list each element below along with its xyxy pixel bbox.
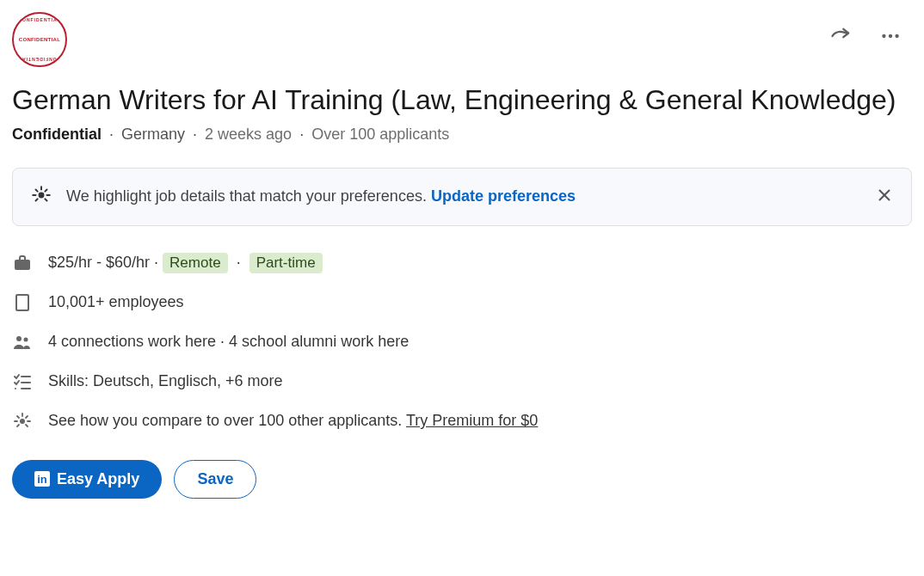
svg-line-7 bbox=[36, 189, 38, 191]
logo-ring-text-bottom: CONFIDENTIAL bbox=[18, 57, 60, 62]
compare-text: See how you compare to over 100 other ap… bbox=[48, 412, 406, 429]
compare-row: See how you compare to over 100 other ap… bbox=[12, 401, 912, 441]
preferences-banner: We highlight job details that match your… bbox=[12, 168, 912, 226]
job-location: Germany bbox=[121, 126, 185, 143]
svg-point-27 bbox=[20, 419, 25, 424]
svg-line-9 bbox=[36, 199, 38, 200]
banner-close-button[interactable] bbox=[870, 181, 899, 212]
building-icon bbox=[12, 292, 33, 313]
people-icon bbox=[12, 332, 33, 352]
pay-row: $25/hr - $60/hr · Remote · Part-time bbox=[12, 243, 912, 283]
job-meta: Confidential · Germany · 2 weeks ago · O… bbox=[12, 126, 912, 144]
job-details: $25/hr - $60/hr · Remote · Part-time 10,… bbox=[12, 243, 912, 441]
checklist-icon bbox=[12, 371, 33, 392]
svg-line-10 bbox=[45, 199, 46, 200]
more-button[interactable] bbox=[874, 20, 907, 52]
svg-line-32 bbox=[26, 416, 28, 418]
svg-point-0 bbox=[882, 34, 885, 38]
save-button[interactable]: Save bbox=[174, 460, 256, 499]
banner-text: We highlight job details that match your… bbox=[66, 187, 427, 205]
type-pill: Part-time bbox=[249, 253, 323, 273]
employees-row: 10,001+ employees bbox=[12, 283, 912, 322]
easy-apply-button[interactable]: in Easy Apply bbox=[12, 460, 162, 499]
more-icon bbox=[879, 25, 902, 47]
share-arrow-icon bbox=[829, 24, 853, 48]
easy-apply-label: Easy Apply bbox=[57, 470, 139, 488]
remote-pill: Remote bbox=[163, 253, 228, 273]
employees-text: 10,001+ employees bbox=[48, 293, 184, 311]
svg-point-2 bbox=[895, 34, 898, 38]
posted-ago: 2 weeks ago bbox=[205, 126, 292, 143]
svg-point-3 bbox=[39, 192, 45, 198]
linkedin-badge-icon: in bbox=[34, 471, 50, 487]
try-premium-link[interactable]: Try Premium for $0 bbox=[406, 412, 538, 429]
update-preferences-link[interactable]: Update preferences bbox=[431, 187, 576, 205]
logo-ring-text-top: CONFIDENTIAL bbox=[18, 17, 60, 22]
skills-text: Skills: Deutsch, Englisch, +6 more bbox=[48, 372, 283, 390]
close-icon bbox=[875, 186, 894, 205]
pay-text: $25/hr - $60/hr bbox=[48, 254, 150, 271]
svg-line-31 bbox=[17, 416, 19, 418]
skills-row: Skills: Deutsch, Englisch, +6 more bbox=[12, 362, 912, 401]
network-text: 4 connections work here · 4 school alumn… bbox=[48, 333, 409, 351]
svg-point-21 bbox=[16, 336, 22, 341]
svg-rect-13 bbox=[15, 260, 30, 270]
briefcase-icon bbox=[12, 253, 33, 273]
svg-line-34 bbox=[26, 425, 28, 426]
logo-center-text: CONFIDENTIAL bbox=[19, 37, 60, 42]
company-name: Confidential bbox=[12, 126, 102, 143]
lightbulb-icon bbox=[30, 184, 52, 210]
svg-line-33 bbox=[17, 425, 19, 426]
svg-point-22 bbox=[24, 337, 28, 341]
svg-rect-14 bbox=[16, 295, 28, 310]
applicant-count: Over 100 applicants bbox=[311, 126, 449, 143]
company-logo: CONFIDENTIAL CONFIDENTIAL CONFIDENTIAL bbox=[12, 12, 67, 67]
share-button[interactable] bbox=[824, 19, 859, 53]
job-title: German Writers for AI Training (Law, Eng… bbox=[12, 83, 912, 119]
svg-line-8 bbox=[45, 189, 46, 191]
lightbulb-icon bbox=[12, 411, 33, 432]
network-row: 4 connections work here · 4 school alumn… bbox=[12, 322, 912, 362]
svg-point-1 bbox=[889, 34, 892, 38]
